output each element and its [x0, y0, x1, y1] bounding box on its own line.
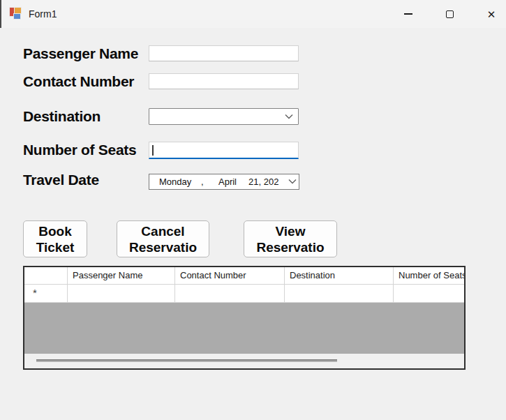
chevron-down-icon — [285, 114, 293, 119]
grid-column-header-passenger-name[interactable]: Passenger Name — [68, 267, 175, 285]
grid-cell-destination[interactable] — [285, 285, 394, 303]
book-ticket-button[interactable]: Book Ticket — [23, 220, 87, 257]
title-bar: Form1 ✕ — [0, 0, 506, 28]
close-icon: ✕ — [487, 9, 496, 20]
text-caret — [152, 145, 154, 156]
date-chevron-down-icon — [288, 179, 297, 193]
cancel-reservation-label-line2: Reservatio — [129, 239, 197, 255]
contact-number-input[interactable] — [149, 73, 299, 89]
form-app-icon — [9, 7, 22, 20]
grid-cell-number-of-seats[interactable] — [394, 285, 464, 303]
minimize-button[interactable] — [392, 0, 424, 28]
grid-new-row-marker[interactable]: * — [24, 285, 68, 303]
reservations-data-grid: Passenger Name Contact Number Destinatio… — [23, 266, 466, 370]
contact-number-label: Contact Number — [23, 73, 134, 90]
grid-scrollbar-thumb[interactable] — [36, 359, 337, 362]
grid-cell-contact-number[interactable] — [175, 285, 285, 303]
grid-column-header-contact-number[interactable]: Contact Number — [175, 267, 285, 285]
number-of-seats-field-wrapper — [149, 142, 299, 159]
book-ticket-label-line2: Ticket — [36, 239, 75, 255]
date-month: April — [218, 174, 237, 189]
window-title: Form1 — [29, 0, 57, 28]
view-reservation-button[interactable]: View Reservatio — [244, 220, 337, 257]
grid-cell-passenger-name[interactable] — [68, 285, 175, 303]
view-reservation-label-line2: Reservatio — [256, 239, 324, 255]
book-ticket-label-line1: Book — [38, 223, 72, 239]
passenger-name-label: Passenger Name — [23, 45, 138, 62]
cancel-reservation-label-line1: Cancel — [141, 223, 184, 239]
view-reservation-label-line1: View — [276, 223, 306, 239]
grid-header-row: Passenger Name Contact Number Destinatio… — [24, 267, 464, 285]
travel-date-label: Travel Date — [23, 171, 99, 188]
maximize-button[interactable] — [433, 0, 466, 28]
cancel-reservation-button[interactable]: Cancel Reservatio — [117, 220, 209, 257]
grid-corner-cell[interactable] — [24, 267, 68, 285]
minimize-icon — [404, 13, 412, 15]
number-of-seats-input[interactable] — [149, 142, 299, 159]
date-day-of-week: Monday — [159, 174, 191, 189]
date-separator: , — [201, 174, 204, 189]
destination-dropdown[interactable] — [149, 108, 299, 125]
grid-horizontal-scrollbar[interactable] — [24, 354, 464, 368]
close-button[interactable]: ✕ — [475, 0, 506, 28]
grid-empty-area — [24, 303, 464, 354]
grid-column-header-number-of-seats[interactable]: Number of Seats — [394, 267, 464, 285]
number-of-seats-label: Number of Seats — [23, 141, 136, 158]
maximize-icon — [446, 10, 454, 18]
icon-blue-square — [13, 13, 21, 20]
passenger-name-input[interactable] — [149, 45, 299, 61]
grid-new-row: * — [24, 285, 464, 303]
date-day-year: 21, 202 — [248, 174, 278, 189]
grid-column-header-destination[interactable]: Destination — [285, 267, 394, 285]
travel-date-picker[interactable]: Monday , April 21, 202 — [149, 174, 299, 190]
destination-label: Destination — [23, 107, 101, 125]
